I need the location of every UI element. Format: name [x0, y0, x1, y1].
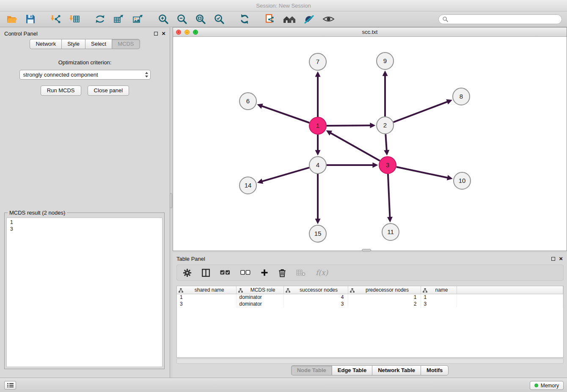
show-hide-button[interactable] [321, 14, 336, 24]
zoom-in-button[interactable] [157, 13, 170, 25]
graph-edge-1-6[interactable] [261, 106, 309, 123]
column-header-shared-name[interactable]: shared name [177, 286, 236, 294]
graph-node-7[interactable]: 7 [309, 53, 326, 70]
graph-node-14[interactable]: 14 [239, 177, 256, 194]
tab-motifs[interactable]: Motifs [421, 365, 449, 375]
import-network-icon [50, 14, 61, 24]
optimization-criterion-select[interactable]: strongly connected component [19, 70, 151, 80]
graph-node-9[interactable]: 9 [377, 52, 394, 69]
tab-network[interactable]: Network [30, 39, 61, 49]
open-session-button[interactable] [5, 13, 19, 25]
close-window-icon[interactable]: × [176, 30, 181, 35]
file-network-icon [264, 14, 275, 25]
deselect-all-button[interactable] [240, 270, 250, 276]
graph-node-1[interactable]: 1 [309, 117, 326, 134]
table-row[interactable]: 1dominator411 [177, 294, 563, 301]
table-cell[interactable]: 1 [348, 294, 421, 301]
graph-edge-4-14[interactable] [261, 168, 309, 182]
column-header-mcds-role[interactable]: MCDS role [236, 286, 284, 294]
graph-node-11[interactable]: 11 [382, 224, 399, 240]
network-graph[interactable]: 7968124314101511 [173, 37, 567, 251]
table-horizontal-scrollbar[interactable] [176, 359, 564, 364]
show-columns-button[interactable] [202, 269, 210, 277]
graph-node-2[interactable]: 2 [377, 117, 394, 134]
save-session-button[interactable] [24, 13, 37, 25]
graph-node-label: 4 [316, 161, 319, 168]
tab-edge-table[interactable]: Edge Table [332, 365, 372, 375]
first-neighbors-button[interactable] [282, 13, 297, 25]
apply-layout-button[interactable] [238, 13, 251, 25]
table-cell[interactable]: 1 [177, 294, 236, 301]
export-image-icon [132, 14, 143, 24]
zoom-selected-button[interactable] [212, 13, 226, 25]
minimize-window-icon[interactable]: − [184, 30, 190, 35]
apply-style-button[interactable] [303, 13, 316, 25]
import-table-button[interactable] [68, 13, 82, 25]
tab-mcds[interactable]: MCDS [112, 39, 140, 49]
column-header-name[interactable]: name [421, 286, 457, 294]
clone-network-button[interactable] [112, 13, 126, 25]
network-from-file-button[interactable] [263, 13, 277, 25]
delete-table-button[interactable] [296, 270, 306, 276]
search-input[interactable] [450, 16, 558, 22]
new-network-button[interactable] [94, 13, 107, 25]
plus-icon [261, 269, 268, 276]
table-row[interactable]: 3dominator323 [177, 301, 563, 307]
swap-arrows-icon [95, 14, 105, 24]
table-header-row: shared name MCDS role successor nodes pr… [177, 286, 563, 294]
network-canvas[interactable]: 7968124314101511 [173, 37, 567, 251]
column-type-icon [423, 288, 427, 294]
graph-node-10[interactable]: 10 [454, 172, 471, 189]
zoom-fit-button[interactable] [194, 13, 207, 25]
trash-icon [278, 268, 286, 277]
zoom-window-icon[interactable]: + [193, 30, 198, 35]
create-column-button[interactable] [261, 269, 268, 276]
import-network-button[interactable] [49, 13, 63, 25]
show-panels-button[interactable] [4, 381, 16, 389]
graph-node-8[interactable]: 8 [453, 88, 470, 105]
column-header-predecessor-nodes[interactable]: predecessor nodes [348, 286, 421, 294]
graph-edge-3-11[interactable] [388, 174, 390, 218]
graph-node-3[interactable]: 3 [379, 157, 396, 174]
tab-node-table[interactable]: Node Table [291, 365, 332, 375]
table-cell[interactable]: 3 [421, 301, 457, 307]
table-cell[interactable]: 4 [284, 294, 348, 301]
graph-node-15[interactable]: 15 [309, 225, 326, 242]
memory-button[interactable]: Memory [530, 381, 564, 390]
mcds-result-text[interactable]: 1 3 [6, 218, 162, 367]
close-table-panel-icon[interactable]: × [559, 256, 563, 261]
tab-style[interactable]: Style [61, 39, 85, 49]
float-table-panel-icon[interactable] [551, 257, 555, 261]
tab-network-table[interactable]: Network Table [372, 365, 421, 375]
zoom-out-button[interactable] [175, 13, 189, 25]
float-panel-icon[interactable] [154, 32, 158, 36]
search-box[interactable] [438, 14, 562, 24]
table-cell[interactable]: dominator [236, 301, 284, 307]
column-settings-button[interactable] [183, 268, 192, 277]
table-cell[interactable]: 3 [177, 301, 236, 307]
delete-column-button[interactable] [278, 268, 286, 277]
table-cell[interactable]: 3 [284, 301, 348, 307]
tab-select[interactable]: Select [85, 39, 112, 49]
close-panel-icon[interactable]: × [162, 31, 165, 36]
run-mcds-button[interactable]: Run MCDS [41, 86, 81, 96]
horizontal-splitter-grip[interactable] [362, 249, 371, 251]
graph-node-label: 1 [316, 122, 319, 129]
select-all-button[interactable] [220, 270, 230, 276]
graph-edge-3-10[interactable] [396, 167, 449, 178]
gear-icon [183, 268, 192, 277]
graph-edge-1-2[interactable] [327, 125, 371, 126]
close-panel-button[interactable]: Close panel [88, 86, 129, 96]
column-header-successor-nodes[interactable]: successor nodes [284, 286, 348, 294]
table-cell[interactable]: dominator [236, 294, 284, 301]
vertical-splitter-grip[interactable] [170, 193, 172, 208]
table-cell[interactable]: 1 [421, 294, 457, 301]
function-builder-button[interactable]: f(x) [316, 268, 328, 277]
graph-node-4[interactable]: 4 [309, 157, 326, 174]
graph-node-6[interactable]: 6 [239, 93, 256, 110]
export-image-button[interactable] [131, 13, 145, 25]
table-cell[interactable]: 2 [348, 301, 421, 307]
graph-edge-2-8[interactable] [394, 102, 449, 122]
graph-edge-2-3[interactable] [385, 134, 387, 151]
graph-edge-3-1[interactable] [330, 133, 380, 161]
